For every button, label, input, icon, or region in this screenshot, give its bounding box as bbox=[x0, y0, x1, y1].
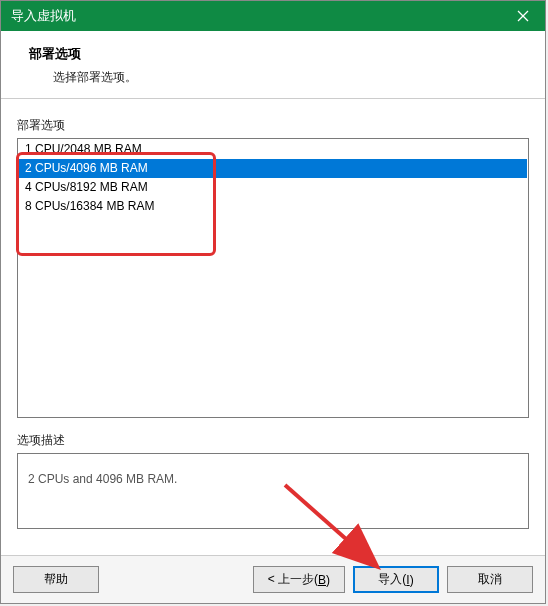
window-title: 导入虚拟机 bbox=[11, 7, 501, 25]
description-text: 2 CPUs and 4096 MB RAM. bbox=[17, 453, 529, 529]
page-title: 部署选项 bbox=[29, 45, 525, 63]
list-item[interactable]: 2 CPUs/4096 MB RAM bbox=[19, 159, 527, 178]
import-button[interactable]: 导入(I) bbox=[353, 566, 439, 593]
dialog-footer: 帮助 < 上一步(B) 导入(I) 取消 bbox=[1, 555, 545, 603]
cancel-button[interactable]: 取消 bbox=[447, 566, 533, 593]
dialog-window: 导入虚拟机 部署选项 选择部署选项。 部署选项 1 CPU/2048 MB RA… bbox=[0, 0, 546, 604]
close-button[interactable] bbox=[501, 1, 545, 31]
options-listbox[interactable]: 1 CPU/2048 MB RAM2 CPUs/4096 MB RAM4 CPU… bbox=[17, 138, 529, 418]
close-icon bbox=[517, 10, 529, 22]
list-item[interactable]: 4 CPUs/8192 MB RAM bbox=[19, 178, 527, 197]
page-subtitle: 选择部署选项。 bbox=[29, 69, 525, 86]
list-item[interactable]: 1 CPU/2048 MB RAM bbox=[19, 140, 527, 159]
description-group-label: 选项描述 bbox=[17, 432, 529, 449]
main-content: 部署选项 1 CPU/2048 MB RAM2 CPUs/4096 MB RAM… bbox=[1, 99, 545, 555]
help-button[interactable]: 帮助 bbox=[13, 566, 99, 593]
back-button[interactable]: < 上一步(B) bbox=[253, 566, 345, 593]
wizard-header: 部署选项 选择部署选项。 bbox=[1, 31, 545, 99]
options-group-label: 部署选项 bbox=[17, 117, 529, 134]
titlebar: 导入虚拟机 bbox=[1, 1, 545, 31]
list-item[interactable]: 8 CPUs/16384 MB RAM bbox=[19, 197, 527, 216]
description-group: 选项描述 2 CPUs and 4096 MB RAM. bbox=[17, 432, 529, 529]
